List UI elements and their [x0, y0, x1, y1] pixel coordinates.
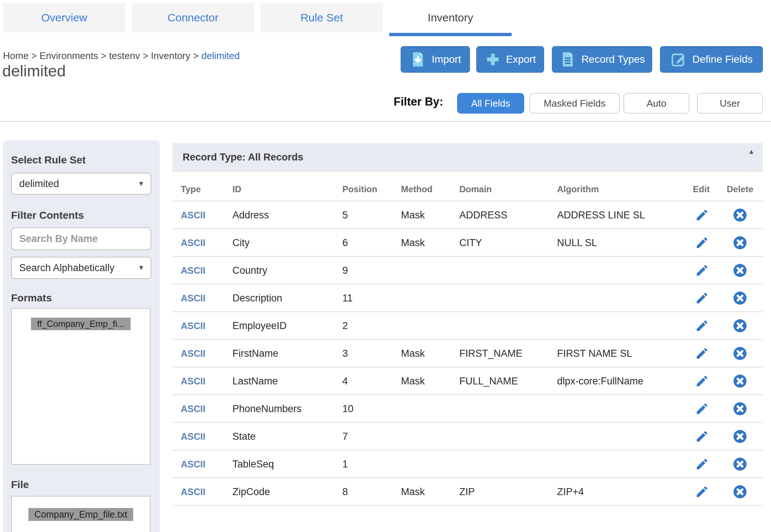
column-header-edit: Edit	[689, 184, 713, 194]
breadcrumb-item[interactable]: Inventory	[151, 50, 190, 61]
row-type: ASCII	[181, 376, 205, 386]
filter-masked-fields-button[interactable]: Masked Fields	[529, 93, 620, 114]
row-type: ASCII	[181, 486, 205, 497]
triangle-up-icon[interactable]: ▲	[748, 148, 755, 156]
pencil-icon	[695, 208, 709, 222]
row-type: ASCII	[181, 431, 205, 442]
import-icon	[409, 51, 426, 68]
delete-row-button[interactable]	[730, 318, 750, 333]
edit-row-button[interactable]	[692, 457, 712, 471]
filter-auto-button[interactable]: Auto	[623, 93, 689, 114]
circle-x-icon	[733, 291, 747, 305]
tab-connector[interactable]: Connector	[132, 3, 254, 32]
tab-overview[interactable]: Overview	[3, 3, 125, 32]
edit-row-button[interactable]	[692, 291, 712, 305]
row-method: Mask	[401, 348, 425, 359]
delete-row-button[interactable]	[730, 429, 750, 444]
delete-row-button[interactable]	[730, 291, 750, 305]
breadcrumb-item[interactable]: Home	[3, 50, 28, 61]
table-row: ASCII ZipCode 8 Mask ZIP ZIP+4	[172, 478, 763, 506]
row-id: State	[232, 431, 256, 442]
tab-label: Inventory	[428, 11, 473, 24]
circle-x-icon	[733, 235, 747, 250]
define-fields-button[interactable]: Define Fields	[660, 46, 763, 73]
edit-row-button[interactable]	[692, 346, 712, 360]
column-header-position: Position	[342, 184, 377, 194]
pencil-icon	[695, 429, 709, 443]
import-button[interactable]: Import	[401, 46, 470, 73]
record-types-label: Record Types	[581, 53, 645, 65]
tab-label: Connector	[167, 11, 218, 24]
row-method: Mask	[401, 237, 425, 248]
edit-row-button[interactable]	[692, 429, 712, 443]
edit-row-button[interactable]	[692, 402, 712, 416]
delete-row-button[interactable]	[730, 484, 750, 499]
filter-user-button[interactable]: User	[697, 93, 763, 114]
export-button[interactable]: Export	[476, 46, 544, 73]
circle-x-icon	[733, 318, 747, 333]
row-position: 9	[342, 265, 348, 276]
row-algorithm: FIRST NAME SL	[557, 348, 632, 359]
edit-row-button[interactable]	[692, 374, 712, 388]
delete-row-button[interactable]	[730, 235, 750, 250]
tab-inventory[interactable]: Inventory	[389, 3, 512, 32]
edit-row-button[interactable]	[692, 319, 712, 333]
file-item[interactable]: Company_Emp_file.txt	[28, 508, 133, 521]
document-lines-icon	[559, 51, 576, 68]
delete-row-button[interactable]	[730, 401, 750, 416]
delete-row-button[interactable]	[730, 374, 750, 388]
filter-by-label: Filter By:	[394, 95, 443, 108]
row-type: ASCII	[181, 265, 205, 276]
edit-row-button[interactable]	[692, 485, 712, 499]
record-types-button[interactable]: Record Types	[552, 46, 652, 73]
filter-all-fields-button[interactable]: All Fields	[457, 93, 524, 114]
tab-rule-set[interactable]: Rule Set	[260, 3, 383, 32]
row-id: Country	[232, 265, 267, 276]
formats-list: ff_Company_Emp_fi...	[11, 308, 151, 465]
row-algorithm: dlpx-core:FullName	[557, 375, 643, 387]
section-divider	[0, 121, 771, 122]
format-item[interactable]: ff_Company_Emp_fi...	[31, 318, 130, 330]
edit-row-button[interactable]	[692, 236, 712, 250]
file-heading: File	[11, 479, 29, 491]
edit-row-button[interactable]	[692, 208, 712, 222]
search-input[interactable]	[11, 227, 151, 250]
circle-x-icon	[733, 457, 747, 471]
delete-row-button[interactable]	[730, 208, 750, 222]
table-row: ASCII Country 9	[172, 257, 763, 284]
column-header-algorithm: Algorithm	[557, 184, 599, 194]
table-row: ASCII Description 11	[172, 284, 763, 312]
breadcrumb-item[interactable]: testenv	[109, 50, 140, 61]
pencil-icon	[695, 402, 709, 416]
export-label: Export	[506, 53, 536, 65]
record-panel: Record Type: All Records ▲ Type ID Posit…	[172, 143, 763, 506]
row-method: Mask	[401, 375, 425, 387]
page-title: delimited	[2, 62, 66, 80]
rule-set-select[interactable]: delimited ▼	[11, 173, 151, 195]
pencil-icon	[695, 374, 709, 388]
row-id: Description	[232, 292, 282, 304]
table-row: ASCII PhoneNumbers 10	[172, 395, 763, 423]
breadcrumb-item[interactable]: delimited	[201, 50, 240, 61]
table-row: ASCII State 7	[172, 423, 763, 450]
table-header-row: Type ID Position Method Domain Algorithm…	[172, 172, 763, 201]
delete-row-button[interactable]	[730, 263, 750, 278]
breadcrumb-item[interactable]: Environments	[39, 50, 98, 61]
row-type: ASCII	[181, 403, 205, 414]
file-list: Company_Emp_file.txt	[11, 496, 151, 532]
row-id: ZipCode	[232, 486, 270, 497]
circle-x-icon	[733, 263, 747, 278]
row-type: ASCII	[181, 210, 205, 220]
delete-row-button[interactable]	[730, 457, 750, 471]
row-position: 5	[342, 209, 348, 221]
delete-row-button[interactable]	[730, 346, 750, 361]
table-row: ASCII City 6 Mask CITY NULL SL	[172, 229, 763, 257]
record-type-header: Record Type: All Records ▲	[172, 143, 763, 172]
edit-row-button[interactable]	[692, 263, 712, 277]
row-algorithm: ADDRESS LINE SL	[557, 209, 645, 221]
sort-select[interactable]: Search Alphabetically ▼	[11, 257, 151, 279]
row-position: 1	[342, 458, 348, 470]
table-row: ASCII TableSeq 1	[172, 450, 763, 478]
column-header-method: Method	[401, 184, 432, 194]
row-id: EmployeeID	[232, 320, 287, 331]
